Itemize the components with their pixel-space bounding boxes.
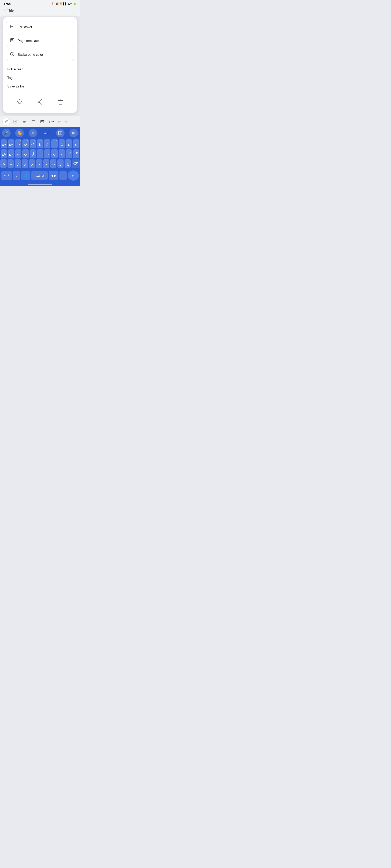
key-mim[interactable]: م [59,149,65,158]
keyboard-sticker-button[interactable] [56,129,64,137]
home-bar [0,183,80,186]
keyboard-settings-button[interactable]: ⚙️ [29,129,37,137]
status-bar: 17:28 ⏰ 🔇 📶 ▌▌ 57% 🔋 [0,0,80,7]
keyboard-row-2: ش س ی ب ل ا ت ن م ک گ [1,149,79,158]
keyboard-grid-button[interactable]: ⊞ [69,129,78,137]
key-space[interactable]: فارسی [31,171,48,180]
key-jim[interactable]: ج [73,140,79,148]
svg-marker-8 [17,99,22,104]
toolbar: 17 ▾ ↩ ↪ [0,116,80,127]
tags-label: Tags [7,76,14,80]
signal-icon: ▌▌ [63,2,67,5]
key-dal[interactable]: د [43,159,49,168]
keyboard-top-row: 🎤 🎨 ⚙️ GIF ⊞ [0,127,80,138]
key-nun[interactable]: ن [51,149,57,158]
key-ba[interactable]: ب [22,149,29,158]
toolbar-text-box-button[interactable] [38,118,46,125]
key-alef[interactable]: ا [37,149,43,158]
keyboard-bottom-row: ؟۳۲۱ ☺ 🌐 فارسی ◀ ▶ . ↵ [0,169,80,183]
key-ya[interactable]: ی [15,149,21,158]
bottom-icon-row [3,95,77,110]
toolbar-strikethrough-button[interactable] [20,118,28,125]
background-color-icon [9,52,15,58]
key-qaf[interactable]: 4ق [22,140,29,148]
key-ghain[interactable]: 6غ [37,140,43,148]
key-kaf[interactable]: ک [66,149,72,158]
svg-line-13 [39,101,41,102]
key-ra[interactable]: ر [29,159,35,168]
key-dot[interactable]: . [59,171,67,180]
key-khe[interactable]: 9خ [59,140,65,148]
mute-icon: 🔇 [56,2,59,5]
key-zhe[interactable]: ژ [15,159,21,168]
keyboard-gif-button[interactable]: GIF [42,130,51,136]
key-dad[interactable]: 1ض [1,140,7,148]
keyboard-row-1: 1ض 2ص 3ث 4ق 5ف 6غ 7ع 8ه 9خ ح ج [1,140,79,148]
key-ha[interactable]: ح [66,140,72,148]
key-sin[interactable]: س [8,149,14,158]
toolbar-handwrite-button[interactable] [2,118,10,125]
key-pe[interactable]: پ [50,159,56,168]
key-za[interactable]: ظ [0,159,6,168]
key-fa[interactable]: 5ف [30,140,36,148]
save-as-file-button[interactable]: Save as file [3,82,77,91]
undo-button[interactable]: ↩ [56,119,62,125]
keyboard-row-3: ظ ط ژ ز ر ذ د پ و چ ⌫ [1,159,79,168]
redo-button[interactable]: ↪ [63,119,68,125]
edit-cover-icon [9,24,15,30]
back-button[interactable]: ‹ [3,8,5,13]
key-he[interactable]: 8ه [51,140,57,148]
battery-icon: 🔋 [73,2,76,5]
full-screen-button[interactable]: Full screen [3,65,77,74]
battery-text: 57% [67,2,73,5]
status-time: 17:28 [4,2,11,5]
key-emoji[interactable]: ☺ [13,171,20,180]
backspace-key[interactable]: ⌫ [72,159,80,168]
key-nav[interactable]: ◀ ▶ [49,171,58,180]
key-che[interactable]: چ [64,159,71,168]
background-color-button[interactable]: Background color [6,49,74,61]
page-template-icon [9,38,15,44]
divider-bottom [6,93,74,93]
edit-cover-label: Edit cover [18,25,32,29]
svg-point-7 [12,54,12,55]
key-vav[interactable]: و [57,159,63,168]
edit-cover-button[interactable]: Edit cover [6,21,74,33]
key-globe[interactable]: 🌐 [21,171,30,180]
toolbar-text-button[interactable] [29,118,37,125]
keyboard-mic-button[interactable]: 🎤 [2,129,10,137]
toolbar-checkbox-button[interactable] [11,118,19,125]
key-gaf[interactable]: گ [73,149,79,158]
keyboard-key-rows: 1ض 2ص 3ث 4ق 5ف 6غ 7ع 8ه 9خ ح ج ش س ی ب ل… [0,138,80,169]
key-ain[interactable]: 7ع [44,140,50,148]
background-color-label: Background color [18,53,43,57]
page-template-label: Page template [18,39,39,43]
key-sad[interactable]: 2ص [8,140,14,148]
num-special-label: ؟۳۲۱ [4,174,9,177]
tags-button[interactable]: Tags [3,74,77,82]
key-ze[interactable]: ز [22,159,28,168]
keyboard: 🎤 🎨 ⚙️ GIF ⊞ 1ض 2ص 3ث 4ق 5ف 6غ 7ع 8ه 9خ … [0,127,80,186]
key-ta[interactable]: ت [44,149,50,158]
keyboard-palette-button[interactable]: 🎨 [15,129,24,137]
font-size-value: 17 [49,120,52,123]
key-se[interactable]: 3ث [15,140,21,148]
status-icons: ⏰ 🔇 📶 ▌▌ 57% 🔋 [52,2,76,5]
delete-button[interactable] [55,98,66,107]
star-button[interactable] [14,98,25,107]
key-lam[interactable]: ل [30,149,36,158]
page-template-button[interactable]: Page template [6,35,74,47]
key-enter[interactable]: ↵ [68,170,79,181]
key-ta2[interactable]: ط [7,159,13,168]
key-shin[interactable]: ش [1,149,7,158]
svg-line-12 [39,102,41,103]
share-button[interactable] [34,98,46,107]
font-size-arrow: ▾ [52,120,54,123]
font-size-selector[interactable]: 17 ▾ [47,119,55,124]
svg-rect-14 [14,120,17,123]
page-title: Title [7,9,14,13]
key-num-special[interactable]: ؟۳۲۱ [1,171,12,180]
wifi-icon: 📶 [59,2,62,5]
spacebar-label: فارسی [35,174,44,177]
key-zal[interactable]: ذ [36,159,42,168]
